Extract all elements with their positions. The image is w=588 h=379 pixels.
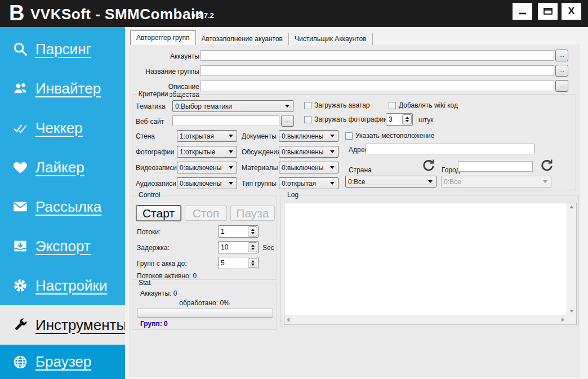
threads-stepper[interactable] [218, 225, 259, 238]
sidebar-item-inviter[interactable]: Инвайтер [0, 69, 125, 108]
stop-button[interactable]: Стоп [185, 206, 227, 221]
criteria-groupbox: Критерии Тематика 0:Выбор тематики Загру… [132, 94, 576, 190]
log-horizontal-scrollbar[interactable] [284, 315, 567, 324]
sidebar: Парсинг Инвайтер Чеккер Лайкер Рассылка … [0, 27, 125, 379]
upload-photos-checkbox[interactable]: Загружать фотографии [304, 115, 387, 123]
maximize-button[interactable] [538, 3, 558, 20]
group-name-input[interactable] [201, 65, 554, 76]
website-input[interactable] [172, 115, 279, 126]
website-label: Веб-сайт [136, 118, 164, 126]
start-button[interactable]: Старт [136, 205, 181, 221]
sidebar-item-mailing[interactable]: Рассылка [0, 187, 125, 226]
scroll-down-icon[interactable] [569, 310, 574, 313]
audio-select[interactable]: 0:выключены [177, 177, 237, 189]
spinner-arrows-icon[interactable] [248, 242, 257, 252]
spinner-arrows-icon[interactable] [248, 226, 257, 237]
tab-chistilshchik[interactable]: Чистильщик Аккаунтов [289, 33, 373, 45]
materials-select[interactable]: 0:выключены [279, 162, 338, 173]
group-type-select[interactable]: 0:открытая [279, 177, 338, 189]
upload-avatar-checkbox[interactable]: Загружать аватар [304, 101, 370, 109]
tab-strip: Автореггер групп Автозаполнение акуантов… [130, 30, 373, 45]
log-textarea[interactable] [284, 203, 577, 325]
chevron-down-icon [229, 182, 233, 185]
chevron-down-icon [229, 166, 233, 169]
videos-select[interactable]: 0:выключены [177, 162, 237, 173]
chevron-down-icon [543, 180, 547, 183]
theme-select[interactable]: 0:Выбор тематики [172, 100, 293, 112]
sidebar-item-label: Инструменты [35, 316, 127, 334]
audio-label: Аудиозаписи [136, 180, 176, 188]
scroll-up-icon[interactable] [569, 206, 574, 208]
threads-label: Потоки: [137, 228, 161, 236]
close-icon: X [568, 6, 574, 17]
log-group-label: Log [286, 191, 300, 199]
delay-stepper[interactable] [218, 241, 259, 253]
spinner-arrows-icon[interactable] [402, 114, 412, 124]
accounts-label: Аккаунты [129, 52, 199, 60]
add-wiki-checkbox[interactable]: Добавлять wiki код [389, 101, 458, 109]
sidebar-item-label: Чеккер [35, 119, 83, 137]
wall-label: Стена [136, 132, 155, 140]
website-browse-button[interactable]: ... [281, 115, 294, 127]
sidebar-item-label: Рассылка [35, 198, 101, 216]
checkbox-icon [345, 132, 353, 140]
address-input[interactable] [366, 144, 534, 154]
group-type-label: Тип группы [242, 180, 277, 188]
app-logo: B [9, 1, 24, 25]
checkbox-icon [304, 116, 311, 123]
theme-label: Тематика [136, 102, 165, 110]
search-icon [12, 41, 28, 57]
sidebar-item-settings[interactable]: Настройки [0, 266, 125, 305]
spinner-arrows-icon[interactable] [248, 258, 257, 268]
log-vertical-scrollbar[interactable] [567, 203, 576, 315]
tab-autoregger-grupp[interactable]: Автореггер групп [130, 30, 196, 45]
chevron-down-icon [330, 135, 335, 137]
heart-icon [12, 159, 28, 175]
close-button[interactable]: X [562, 3, 581, 20]
app-version: v 3.7.2 [191, 11, 214, 20]
refresh-city-icon[interactable] [540, 158, 554, 172]
wall-select[interactable]: 1:открытая [177, 130, 237, 142]
main-content: Автореггер групп Автозаполнение акуантов… [125, 27, 588, 379]
stat-group-label: Stat [137, 279, 152, 287]
stat-processed-label: обработано: 0% [132, 299, 277, 307]
app-window: B VVKSoft - SMMCombain v 3.7.2 X Парсинг… [0, 0, 588, 379]
pause-button[interactable]: Пауза [230, 206, 275, 221]
city-input[interactable] [458, 161, 533, 172]
tab-autozapolnenie[interactable]: Автозаполнение акуантов [196, 33, 289, 45]
groups-per-account-stepper[interactable] [218, 257, 259, 269]
sidebar-item-label: Парсинг [35, 41, 91, 58]
window-title: VVKSoft - SMMCombain [30, 6, 204, 23]
group-name-label: Название группы [129, 68, 199, 75]
sidebar-item-liker[interactable]: Лайкер [0, 148, 125, 187]
sidebar-item-export[interactable]: Экспорт [0, 226, 125, 266]
photos-count-stepper[interactable] [386, 113, 413, 126]
photos-unit-label: штук [418, 116, 434, 124]
minimize-button[interactable] [513, 3, 532, 20]
documents-select[interactable]: 0:выключены [279, 130, 338, 142]
sidebar-item-parsing[interactable]: Парсинг [0, 29, 125, 69]
people-icon [12, 81, 28, 96]
description-input[interactable] [201, 81, 554, 91]
refresh-country-icon[interactable] [422, 158, 436, 172]
sidebar-item-checker[interactable]: Чеккер [0, 108, 125, 148]
minimize-icon [518, 7, 527, 16]
group-name-browse-button[interactable]: ... [555, 65, 568, 77]
accounts-browse-button[interactable]: ... [555, 50, 568, 61]
export-icon [12, 238, 28, 254]
discussions-select[interactable]: 0:выключены [279, 146, 338, 158]
sidebar-item-browser[interactable]: Браузер [0, 345, 125, 379]
control-groupbox: Control Старт Стоп Пауза Потоки: Задержк… [132, 195, 277, 280]
photos-select[interactable]: 1:открытые [177, 146, 237, 158]
discussions-label: Обсуждения [242, 148, 281, 156]
scrollbar-corner [567, 315, 576, 324]
description-browse-button[interactable]: ... [555, 80, 568, 92]
scroll-right-icon[interactable] [562, 318, 564, 322]
location-checkbox[interactable]: Указать местоположение [345, 132, 434, 140]
country-select[interactable]: 0:Все [345, 176, 436, 188]
sidebar-item-tools[interactable]: Инструменты [0, 305, 125, 345]
accounts-input[interactable] [201, 50, 554, 61]
country-label: Страна [349, 166, 372, 174]
scroll-left-icon[interactable] [287, 318, 289, 322]
photos-label: Фотографии [136, 148, 175, 156]
